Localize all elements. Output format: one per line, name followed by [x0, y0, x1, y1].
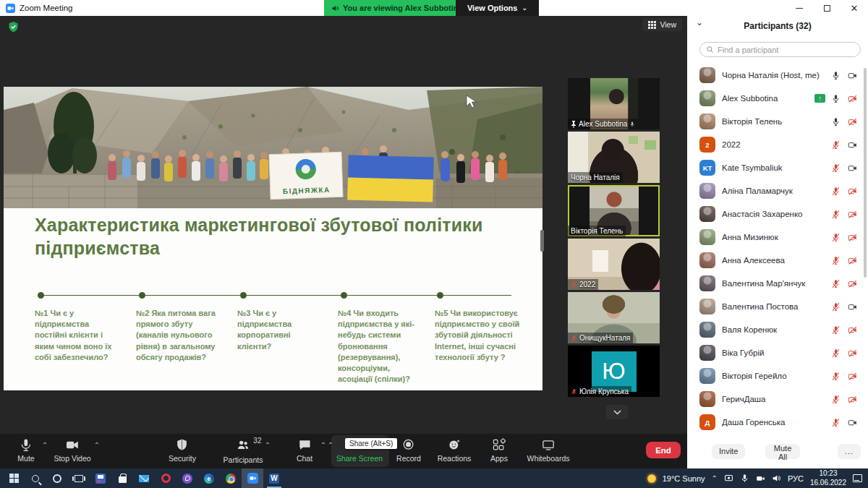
weather-text[interactable]: 19°C Sunny: [663, 474, 705, 483]
participant-row[interactable]: KT Kate Tsymbaliuk ↑: [687, 156, 868, 179]
cortana-button[interactable]: [46, 468, 68, 488]
participants-button[interactable]: 32 Participants: [224, 438, 263, 464]
participant-name: Валя Коренюк: [722, 325, 830, 334]
more-options-button[interactable]: ...: [838, 444, 861, 459]
participant-row[interactable]: Чорна Наталія (Host, me) ↑: [687, 64, 868, 87]
participant-row[interactable]: 2 2022 ↑: [687, 133, 868, 156]
participants-scrollbar[interactable]: [864, 68, 867, 278]
mic-status-icon: [830, 71, 841, 80]
mute-options-caret[interactable]: ⌃: [42, 441, 48, 449]
reactions-button[interactable]: Reactions: [438, 438, 472, 463]
taskbar-app-opera[interactable]: [155, 468, 176, 488]
tray-expand-chevron[interactable]: ⌃: [712, 474, 718, 482]
participant-row[interactable]: Alex Subbotina ↑: [687, 87, 868, 110]
taskbar-app-word[interactable]: W: [263, 468, 285, 488]
participant-row[interactable]: Аліна Паламарчук ↑: [687, 179, 868, 202]
camera-status-icon: [847, 233, 858, 242]
participant-row[interactable]: Анна Мизинюк ↑: [687, 226, 868, 249]
participant-row[interactable]: Валя Коренюк ↑: [687, 318, 868, 341]
tray-screen-icon[interactable]: [724, 474, 733, 483]
taskbar-app-viber[interactable]: [176, 468, 198, 488]
slide-question: №1 Чи є у підприємства постійні клієнти …: [35, 308, 122, 363]
mute-all-button[interactable]: Mute All: [765, 444, 800, 459]
participant-row[interactable]: Анастасія Захаренко ↑: [687, 202, 868, 226]
language-indicator[interactable]: РУС: [788, 474, 804, 483]
search-participant-input[interactable]: [718, 46, 854, 54]
collapse-panel-icon[interactable]: ⌄: [696, 17, 703, 27]
task-view-button[interactable]: [68, 468, 90, 488]
tray-speaker-icon[interactable]: [772, 474, 781, 483]
mute-button[interactable]: Mute: [17, 438, 34, 463]
whiteboards-button[interactable]: Whiteboards: [527, 438, 570, 463]
timeline-dot: [240, 292, 247, 299]
chevron-down-icon: ⌄: [522, 4, 527, 12]
start-button[interactable]: [3, 468, 25, 488]
taskbar-app-edge[interactable]: e: [198, 468, 220, 488]
mic-status-icon: [830, 302, 841, 312]
participant-row[interactable]: Анна Алексеева ↑: [687, 249, 868, 272]
taskbar-app-photos[interactable]: [90, 468, 111, 488]
stop-video-button[interactable]: Stop Video: [54, 438, 90, 463]
tray-camera-icon[interactable]: [756, 474, 765, 483]
mic-icon: [629, 121, 635, 128]
participant-name: Юлія Крупська: [579, 388, 629, 395]
task-view-icon: [75, 475, 83, 482]
pin-icon: [571, 121, 576, 128]
photos-app-icon: [95, 474, 106, 484]
participant-name: Даша Горенська: [722, 418, 830, 427]
participant-row[interactable]: Д Даша Горенська ↑: [687, 411, 868, 434]
camera-status-icon: [847, 163, 858, 173]
camera-status-icon: [847, 256, 858, 265]
content-scrollbar[interactable]: [540, 230, 544, 252]
security-button[interactable]: Security: [169, 438, 196, 463]
participant-name: ОнищукНаталя: [579, 334, 630, 342]
camera-icon: [66, 438, 80, 452]
video-thumbnail[interactable]: Alex Subbotina: [568, 78, 660, 129]
participant-row[interactable]: Вікторія Телень ↑: [687, 110, 868, 133]
screen-share-badge: ↑: [814, 94, 825, 103]
record-button[interactable]: Record: [396, 438, 421, 463]
taskbar-app-mail[interactable]: [133, 468, 155, 488]
search-icon: [706, 46, 714, 53]
close-button[interactable]: ✕: [841, 0, 868, 16]
avatar: [699, 229, 715, 245]
collapse-thumbnails-button[interactable]: [606, 405, 628, 419]
view-layout-button[interactable]: View: [642, 18, 682, 31]
video-thumbnail[interactable]: ОнищукНаталя: [568, 292, 660, 343]
participant-row[interactable]: Віка Губрій ↑: [687, 341, 868, 364]
minimize-button[interactable]: [786, 0, 813, 16]
mic-status-icon: [830, 279, 841, 288]
participant-row[interactable]: Вікторія Герейло ↑: [687, 364, 868, 388]
chat-options-caret[interactable]: ⌃: [320, 441, 326, 449]
video-thumbnail[interactable]: Чорна Наталія: [568, 132, 660, 183]
view-options-button[interactable]: View Options⌄: [456, 0, 539, 16]
search-participant-box[interactable]: [699, 42, 861, 57]
taskbar-app-zoom[interactable]: [242, 468, 263, 488]
mic-muted-icon: [571, 388, 577, 395]
camera-status-icon: [847, 395, 858, 404]
camera-status-icon: [847, 140, 858, 150]
search-icon: [32, 475, 39, 482]
maximize-button[interactable]: [813, 0, 841, 16]
taskbar-app-store[interactable]: [111, 468, 133, 488]
video-thumbnail[interactable]: 2022: [568, 239, 660, 290]
clock[interactable]: 10:23 16.06.2022: [810, 469, 846, 487]
share-options-caret[interactable]: ⌃: [328, 441, 333, 449]
chat-button[interactable]: Chat: [297, 438, 312, 463]
mic-status-icon: [830, 372, 841, 381]
invite-button[interactable]: Invite: [712, 444, 745, 459]
apps-button[interactable]: Apps: [490, 438, 508, 463]
taskbar-app-chrome[interactable]: [220, 468, 242, 488]
taskbar-search-button[interactable]: [25, 468, 46, 488]
video-thumbnail[interactable]: Ю Юлія Крупська: [568, 346, 660, 397]
action-center-icon[interactable]: [853, 474, 862, 482]
participant-row[interactable]: Валентина Мар'янчук ↑: [687, 272, 868, 295]
participant-row[interactable]: ГеричДаша ↑: [687, 388, 868, 411]
video-thumbnail[interactable]: Вікторія Телень: [568, 185, 660, 236]
participant-row[interactable]: Валентина Постова ↑: [687, 295, 868, 318]
end-meeting-button[interactable]: End: [646, 442, 681, 458]
video-options-caret[interactable]: ⌃: [94, 441, 100, 449]
participants-options-caret[interactable]: ⌃: [265, 441, 271, 449]
tray-mic-icon[interactable]: [740, 474, 749, 483]
avatar: [699, 368, 715, 384]
